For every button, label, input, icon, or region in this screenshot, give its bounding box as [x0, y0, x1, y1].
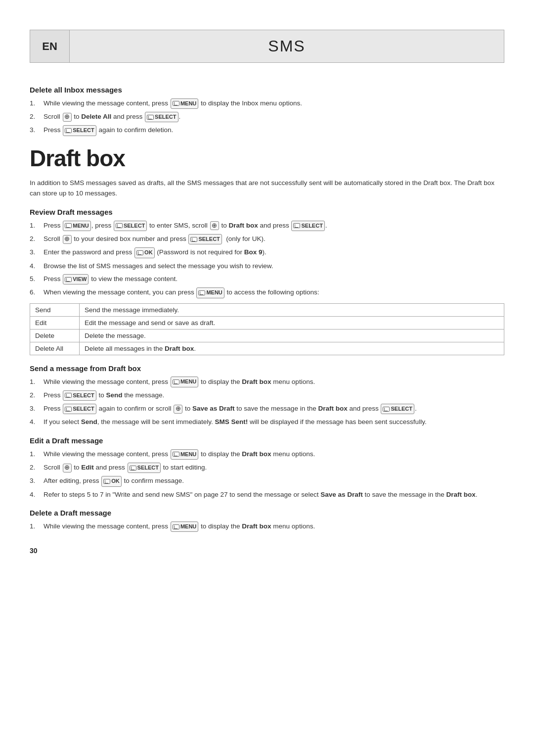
- option-name: Delete All: [30, 342, 80, 355]
- select-icon-btn: SELECT: [63, 390, 96, 401]
- review-draft-heading: Review Draft messages: [30, 208, 504, 216]
- step-item: 3. Enter the password and press OK (Pass…: [30, 247, 504, 258]
- step-item: 5. Press VIEW to view the message conten…: [30, 274, 504, 284]
- edit-draft-steps: 1. While viewing the message content, pr…: [30, 449, 504, 500]
- step-item: 4. If you select Send, the message will …: [30, 417, 504, 427]
- delete-inbox-section: Delete all Inbox messages 1. While viewi…: [30, 86, 504, 136]
- page-number: 30: [30, 547, 504, 555]
- lang-badge: EN: [30, 30, 70, 62]
- step-item: 1. While viewing the message content, pr…: [30, 377, 504, 387]
- table-row: Send Send the message immediately.: [30, 303, 504, 316]
- option-desc: Delete all messages in the Draft box.: [80, 342, 504, 355]
- table-row: Edit Edit the message and send or save a…: [30, 316, 504, 329]
- draft-box-intro: In addition to SMS messages saved as dra…: [30, 178, 504, 199]
- scroll-icon: ⊕: [63, 464, 72, 472]
- menu-icon-btn: MENU: [63, 221, 90, 232]
- menu-icon-btn: MENU: [171, 377, 198, 387]
- step-item: 4. Browse the list of SMS messages and s…: [30, 261, 504, 272]
- option-name: Delete: [30, 329, 80, 342]
- option-name: Edit: [30, 316, 80, 329]
- send-draft-section: Send a message from Draft box 1. While v…: [30, 364, 504, 427]
- step-item: 3. Press SELECT again to confirm or scro…: [30, 403, 504, 414]
- step-item: 2. Scroll ⊕ to Delete All and press SELE…: [30, 111, 504, 122]
- delete-draft-heading: Delete a Draft message: [30, 509, 504, 517]
- step-item: 2. Scroll ⊕ to Edit and press SELECT to …: [30, 462, 504, 473]
- page-title: SMS: [70, 30, 504, 62]
- step-item: 3. Press SELECT again to confirm deletio…: [30, 125, 504, 136]
- select-icon-btn: SELECT: [145, 112, 178, 123]
- menu-icon-btn: MENU: [171, 449, 198, 460]
- table-row: Delete All Delete all messages in the Dr…: [30, 342, 504, 355]
- edit-draft-heading: Edit a Draft message: [30, 436, 504, 445]
- review-options-table: Send Send the message immediately. Edit …: [30, 303, 504, 355]
- view-icon-btn: VIEW: [63, 274, 89, 285]
- menu-icon-btn: MENU: [196, 287, 224, 298]
- header: EN SMS: [30, 30, 504, 63]
- delete-draft-section: Delete a Draft message 1. While viewing …: [30, 509, 504, 532]
- delete-draft-steps: 1. While viewing the message content, pr…: [30, 521, 504, 532]
- select-icon-btn: SELECT: [291, 221, 324, 232]
- select-icon-btn: SELECT: [114, 221, 147, 232]
- scroll-icon: ⊕: [210, 221, 219, 230]
- scroll-icon: ⊕: [63, 113, 72, 122]
- delete-inbox-steps: 1. While viewing the message content, pr…: [30, 98, 504, 136]
- send-draft-steps: 1. While viewing the message content, pr…: [30, 377, 504, 427]
- send-draft-heading: Send a message from Draft box: [30, 364, 504, 373]
- edit-draft-section: Edit a Draft message 1. While viewing th…: [30, 436, 504, 500]
- ok-icon-btn: OK: [101, 476, 122, 487]
- select-icon-btn: SELECT: [63, 404, 96, 415]
- step-item: 4. Refer to steps 5 to 7 in "Write and s…: [30, 489, 504, 500]
- option-desc: Edit the message and send or save as dra…: [80, 316, 504, 329]
- scroll-icon: ⊕: [174, 405, 182, 414]
- select-icon-btn: SELECT: [188, 234, 222, 245]
- step-item: 6. When viewing the message content, you…: [30, 287, 504, 298]
- option-name: Send: [30, 303, 80, 316]
- select-icon-btn: SELECT: [63, 125, 96, 136]
- step-item: 1. While viewing the message content, pr…: [30, 449, 504, 460]
- scroll-icon: ⊕: [63, 235, 72, 244]
- menu-icon-btn: MENU: [171, 98, 198, 109]
- step-item: 1. While viewing the message content, pr…: [30, 521, 504, 532]
- step-item: 2. Press SELECT to Send the message.: [30, 390, 504, 401]
- select-icon-btn: SELECT: [128, 463, 161, 473]
- review-draft-steps: 1. Press MENU, press SELECT to enter SMS…: [30, 220, 504, 298]
- step-item: 1. Press MENU, press SELECT to enter SMS…: [30, 220, 504, 231]
- table-row: Delete Delete the message.: [30, 329, 504, 342]
- select-icon-btn: SELECT: [381, 404, 414, 415]
- step-item: 2. Scroll ⊕ to your desired box number a…: [30, 234, 504, 244]
- step-item: 3. After editing, press OK to confirm me…: [30, 475, 504, 486]
- option-desc: Delete the message.: [80, 329, 504, 342]
- step-item: 1. While viewing the message content, pr…: [30, 98, 504, 109]
- menu-icon-btn: MENU: [171, 521, 198, 532]
- ok-icon-btn: OK: [134, 247, 155, 258]
- option-desc: Send the message immediately.: [80, 303, 504, 316]
- draft-box-heading: Draft box: [30, 145, 504, 172]
- review-draft-section: Review Draft messages 1. Press MENU, pre…: [30, 208, 504, 355]
- delete-inbox-heading: Delete all Inbox messages: [30, 86, 504, 94]
